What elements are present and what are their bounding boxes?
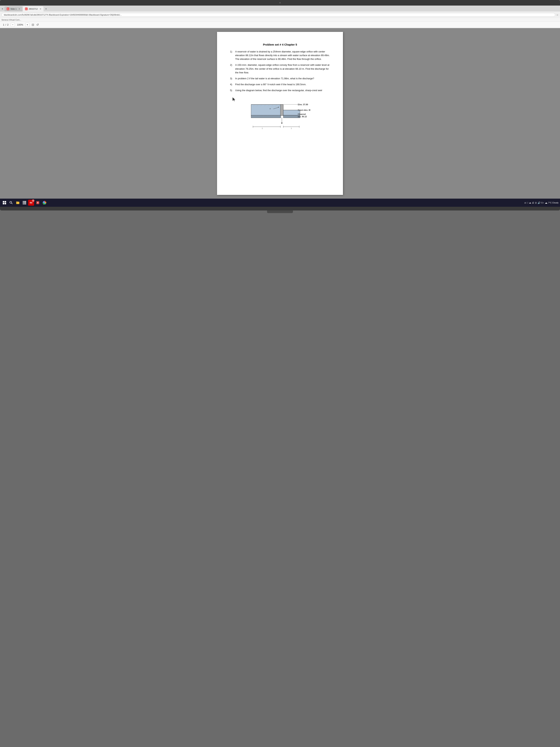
taskbar: Bb 4 ∧ □ ☁ (0, 199, 560, 207)
svg-rect-56 (23, 204, 24, 204)
bookmark-icon[interactable]: ☆ (556, 14, 559, 16)
svg-rect-12 (251, 115, 281, 118)
problem-num-3: 3) (230, 77, 234, 80)
file-explorer-button[interactable] (15, 200, 21, 206)
address-bar-row: blackboardcdn.com/5c082fb7a0cdb/28010712… (0, 11, 560, 18)
print-icon[interactable]: 🖨 (532, 201, 534, 204)
blackboard-taskbar-icon[interactable]: Bb 4 (28, 200, 34, 206)
problem-item-4: 4) Find the discharge over a 90° V-notch… (230, 83, 330, 86)
chevron-icon[interactable]: ∧ (524, 201, 526, 204)
notification-badge: 4 (32, 199, 34, 202)
new-tab-button[interactable]: + (44, 7, 48, 11)
laptop-stand (267, 210, 293, 213)
start-button[interactable] (1, 200, 7, 206)
svg-rect-58 (25, 204, 26, 204)
language-icon: En (541, 202, 544, 204)
problem-num-5: 5) (230, 88, 234, 92)
svg-rect-50 (23, 201, 24, 202)
cursor-indicator (232, 95, 236, 103)
window-close-button[interactable]: ✕ (1, 7, 4, 10)
problem-item-3: 3) In problem 2 if the tail water is at … (230, 77, 330, 80)
svg-rect-44 (3, 203, 4, 204)
weather-text: 7°C Cloudy (548, 202, 559, 204)
media-player-button[interactable] (35, 200, 41, 206)
svg-text:Elev.  37.00: Elev. 37.00 (298, 103, 308, 106)
svg-rect-45 (5, 203, 6, 204)
tab1-icon: Bb (7, 7, 9, 10)
tab1-label: Slide 1 (10, 8, 17, 10)
svg-point-46 (10, 201, 12, 203)
problem-text-4: Find the discharge over a 90° V-notch we… (235, 83, 306, 86)
pdf-page: Problem set # 4 Chapter 5 1) A reservoir… (217, 32, 343, 195)
system-tray-icons: ∧ □ ☁ 🖨 ⊙ 🔊 En (524, 201, 544, 204)
svg-rect-42 (3, 201, 4, 203)
problem-text-3: In problem 2 if the tail water is at ele… (235, 77, 314, 80)
tab-slide1[interactable]: Bb Slide 1 ✕ (4, 6, 22, 11)
pdf-body: 1) A reservoir of water is drained by a … (230, 50, 330, 133)
svg-rect-49 (16, 202, 18, 202)
zoom-out-button[interactable]: − (11, 23, 15, 27)
tab2-label: 28010712 (29, 8, 38, 10)
svg-rect-52 (25, 201, 26, 202)
svg-rect-10 (281, 104, 283, 115)
svg-rect-11 (283, 110, 300, 115)
zoom-in-button[interactable]: + (25, 23, 29, 27)
pdf-page-current: 1 (3, 23, 4, 26)
breadcrumb-text: Seneca Virtual Com... (1, 19, 21, 21)
pdf-page-nav: 1 / 2 (3, 23, 8, 26)
svg-marker-26 (281, 123, 283, 124)
apps-grid-button[interactable] (22, 200, 27, 206)
tab-28010712[interactable]: Bb 28010712 ✕ (23, 6, 44, 11)
svg-point-63 (44, 202, 45, 203)
problem-item-2: 2) A 150-mm- diameter, square-edge orifi… (230, 63, 330, 74)
weir-diagram: v Elev. 37.00 Crest elev. 36.58 (240, 95, 330, 133)
svg-rect-51 (24, 201, 25, 202)
network-wifi-icon[interactable]: ⊙ (535, 201, 537, 204)
tab2-close[interactable]: ✕ (39, 8, 41, 10)
problem-item-5: 5) Using the diagram below, find the dis… (230, 88, 330, 92)
tab-bar: ✕ Bb Slide 1 ✕ Bb 28010712 ✕ + (0, 5, 560, 11)
problem-item-1: 1) A reservoir of water is drained by a … (230, 50, 330, 61)
browser-chrome: ✕ Bb Slide 1 ✕ Bb 28010712 ✕ + blackboar… (0, 5, 560, 28)
problem-num-1: 1) (230, 50, 234, 61)
problem-num-4: 4) (230, 83, 234, 86)
weather-display[interactable]: ☁ 7°C Cloudy (545, 201, 559, 204)
weather-icon: ☁ (545, 201, 548, 204)
svg-text:Channel: Channel (298, 113, 306, 115)
screen: ✕ Bb Slide 1 ✕ Bb 28010712 ✕ + blackboar… (0, 5, 560, 207)
svg-text:l: l (291, 127, 292, 129)
problem-text-1: A reservoir of water is drained by a 254… (235, 50, 330, 61)
cloud-icon[interactable]: ☁ (529, 201, 531, 204)
svg-rect-1 (251, 104, 281, 115)
problem-num-2: 2) (230, 63, 234, 74)
svg-text:Crest elev.  36.58: Crest elev. 36.58 (298, 109, 310, 111)
chrome-button[interactable] (42, 200, 47, 206)
address-bar[interactable]: blackboardcdn.com/5c082fb7a0cdb/28010712… (1, 13, 555, 17)
search-button[interactable] (8, 200, 14, 206)
pdf-page-total: 2 (7, 23, 8, 26)
laptop-bezel-top (0, 0, 560, 5)
tab2-icon: Bb (25, 7, 28, 10)
pdf-title: Problem set # 4 Chapter 5 (230, 43, 330, 46)
svg-text:inv.  36.12: inv. 36.12 (298, 115, 307, 118)
problem-list: 1) A reservoir of water is drained by a … (230, 50, 330, 92)
svg-rect-21 (283, 115, 300, 118)
breadcrumb-bar: Seneca Virtual Com... (0, 18, 560, 22)
tab1-close[interactable]: ✕ (19, 8, 20, 10)
svg-rect-53 (23, 202, 24, 203)
problem-text-2: A 150-mm- diameter, square-edge orifice … (235, 63, 330, 74)
pdf-page-separator: / (5, 23, 6, 26)
svg-rect-43 (5, 201, 6, 203)
rotate-icon[interactable]: ↺ (36, 23, 39, 26)
diagram-container: v Elev. 37.00 Crest elev. 36.58 (230, 95, 330, 133)
volume-icon[interactable]: 🔊 (538, 201, 540, 204)
svg-rect-55 (25, 202, 26, 203)
fit-page-icon[interactable]: ⊟ (32, 23, 34, 26)
taskbar-right: ∧ □ ☁ 🖨 ⊙ 🔊 En ☁ 7°C Cloudy (524, 201, 559, 204)
pdf-content: Problem set # 4 Chapter 5 1) A reservoir… (0, 28, 560, 199)
laptop-camera (279, 2, 281, 3)
laptop-bezel-bottom (0, 207, 560, 210)
network-icon[interactable]: □ (527, 201, 528, 204)
svg-line-47 (11, 203, 12, 204)
problem-text-5: Using the diagram below, find the discha… (235, 88, 322, 92)
